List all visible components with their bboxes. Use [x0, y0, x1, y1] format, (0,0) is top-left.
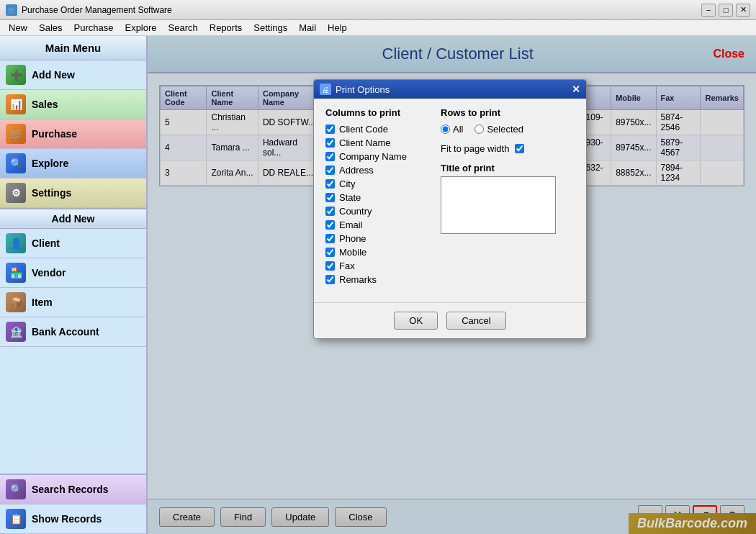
col-client-name-checkbox[interactable]	[325, 138, 335, 148]
col-client-name-row: Client Name	[325, 137, 426, 148]
col-state-row: State	[325, 192, 426, 203]
fit-to-page-checkbox[interactable]	[515, 144, 524, 153]
col-client-name-label: Client Name	[339, 137, 391, 148]
sidebar-bottom: 🔍 Search Records 📋 Show Records	[0, 474, 146, 534]
sidebar-item-label: Client	[32, 237, 60, 249]
fit-to-page-row: Fit to page width	[441, 143, 556, 154]
minimize-button[interactable]: −	[701, 4, 716, 17]
sidebar-item-label: Item	[32, 297, 53, 308]
sidebar-item-settings[interactable]: ⚙ Settings	[0, 178, 146, 208]
menu-item-search[interactable]: Search	[163, 21, 204, 35]
fit-to-page-label: Fit to page width	[441, 143, 509, 154]
sidebar-item-purchase[interactable]: 🛒 Purchase	[0, 119, 146, 149]
col-phone-label: Phone	[339, 233, 366, 244]
sidebar-item-bank-account[interactable]: 🏦 Bank Account	[0, 317, 146, 347]
bank-icon: 🏦	[6, 322, 26, 342]
search-records-icon: 🔍	[6, 479, 26, 499]
sidebar-item-show-records[interactable]: 📋 Show Records	[0, 504, 146, 534]
sidebar-item-label: Search Records	[32, 484, 109, 495]
col-remarks-checkbox[interactable]	[325, 275, 335, 284]
sidebar-item-item[interactable]: 📦 Item	[0, 288, 146, 317]
col-city-label: City	[339, 178, 355, 189]
add-new-section-title: Add New	[0, 208, 146, 229]
sidebar-item-vendor[interactable]: 🏪 Vendor	[0, 258, 146, 288]
sidebar-item-explore[interactable]: 🔍 Explore	[0, 149, 146, 178]
cancel-button[interactable]: Cancel	[446, 312, 505, 330]
title-of-print-input[interactable]	[441, 176, 556, 234]
sidebar-item-label: Show Records	[32, 513, 102, 525]
menu-item-reports[interactable]: Reports	[204, 21, 248, 35]
col-address-label: Address	[339, 165, 374, 176]
menu-item-help[interactable]: Help	[322, 21, 353, 35]
modal-footer: OK Cancel	[314, 302, 586, 338]
settings-icon: ⚙	[6, 183, 26, 203]
col-fax-label: Fax	[339, 261, 355, 271]
sidebar-item-search-records[interactable]: 🔍 Search Records	[0, 475, 146, 504]
sidebar-item-sales[interactable]: 📊 Sales	[0, 90, 146, 119]
col-fax-checkbox[interactable]	[325, 261, 335, 271]
col-mobile-checkbox[interactable]	[325, 248, 335, 257]
sidebar-item-label: Purchase	[32, 128, 77, 140]
col-phone-row: Phone	[325, 233, 426, 244]
col-company-name-row: Company Name	[325, 151, 426, 162]
col-address-row: Address	[325, 165, 426, 176]
col-city-checkbox[interactable]	[325, 179, 335, 189]
col-remarks-label: Remarks	[339, 274, 377, 285]
show-records-icon: 📋	[6, 509, 26, 529]
modal-close-button[interactable]: ✕	[572, 83, 580, 95]
menu-item-settings[interactable]: Settings	[248, 21, 293, 35]
col-country-checkbox[interactable]	[325, 207, 335, 216]
col-client-code-checkbox[interactable]	[325, 125, 335, 134]
col-fax-row: Fax	[325, 261, 426, 271]
modal-title: Print Options	[336, 84, 572, 95]
col-address-checkbox[interactable]	[325, 166, 335, 175]
sidebar-item-client[interactable]: 👤 Client	[0, 229, 146, 258]
sidebar-item-label: Vendor	[32, 267, 66, 279]
modal-inner: Columns to print Client CodeClient NameC…	[325, 107, 575, 288]
modal-body: Columns to print Client CodeClient NameC…	[314, 99, 586, 297]
col-country-label: Country	[339, 206, 372, 217]
print-options-modal: 🖨 Print Options ✕ Columns to print Clien…	[313, 79, 587, 339]
radio-row: All Selected	[441, 124, 556, 135]
radio-all[interactable]	[441, 125, 450, 134]
main-menu-title: Main Menu	[0, 36, 146, 60]
col-company-name-label: Company Name	[339, 151, 407, 162]
window-controls: − □ ✕	[701, 4, 750, 17]
columns-section: Columns to print Client CodeClient NameC…	[325, 107, 426, 288]
rows-to-print-label: Rows to print	[441, 107, 556, 118]
menu-item-explore[interactable]: Explore	[119, 21, 162, 35]
client-icon: 👤	[6, 233, 26, 253]
vendor-icon: 🏪	[6, 263, 26, 283]
maximize-button[interactable]: □	[719, 4, 733, 17]
col-state-checkbox[interactable]	[325, 193, 335, 202]
col-city-row: City	[325, 178, 426, 189]
modal-overlay: 🖨 Print Options ✕ Columns to print Clien…	[148, 36, 756, 534]
col-client-code-label: Client Code	[339, 124, 388, 135]
col-company-name-checkbox[interactable]	[325, 152, 335, 161]
col-phone-checkbox[interactable]	[325, 234, 335, 243]
purchase-icon: 🛒	[6, 124, 26, 144]
title-of-print-label: Title of print	[441, 163, 556, 173]
window-close-button[interactable]: ✕	[736, 4, 750, 17]
menu-item-purchase[interactable]: Purchase	[68, 21, 120, 35]
radio-all-label[interactable]: All	[441, 124, 463, 135]
sidebar-item-add-new[interactable]: ➕ Add New	[0, 60, 146, 90]
radio-selected[interactable]	[474, 125, 484, 134]
menu-item-mail[interactable]: Mail	[293, 21, 322, 35]
menu-item-sales[interactable]: Sales	[33, 21, 68, 35]
sidebar-item-label: Bank Account	[32, 326, 99, 338]
menu-item-new[interactable]: New	[3, 21, 33, 35]
col-email-label: Email	[339, 220, 363, 230]
radio-selected-label[interactable]: Selected	[474, 124, 523, 135]
checkboxes-container: Client CodeClient NameCompany NameAddres…	[325, 124, 426, 285]
col-state-label: State	[339, 192, 361, 203]
col-email-checkbox[interactable]	[325, 220, 335, 230]
main-layout: Main Menu ➕ Add New 📊 Sales 🛒 Purchase 🔍…	[0, 36, 756, 534]
ok-button[interactable]: OK	[394, 312, 438, 330]
app-icon: 🛒	[6, 4, 17, 16]
col-remarks-row: Remarks	[325, 274, 426, 285]
col-mobile-label: Mobile	[339, 247, 366, 258]
sidebar: Main Menu ➕ Add New 📊 Sales 🛒 Purchase 🔍…	[0, 36, 148, 534]
sidebar-item-label: Explore	[32, 158, 68, 169]
menu-bar: NewSalesPurchaseExploreSearchReportsSett…	[0, 20, 756, 36]
